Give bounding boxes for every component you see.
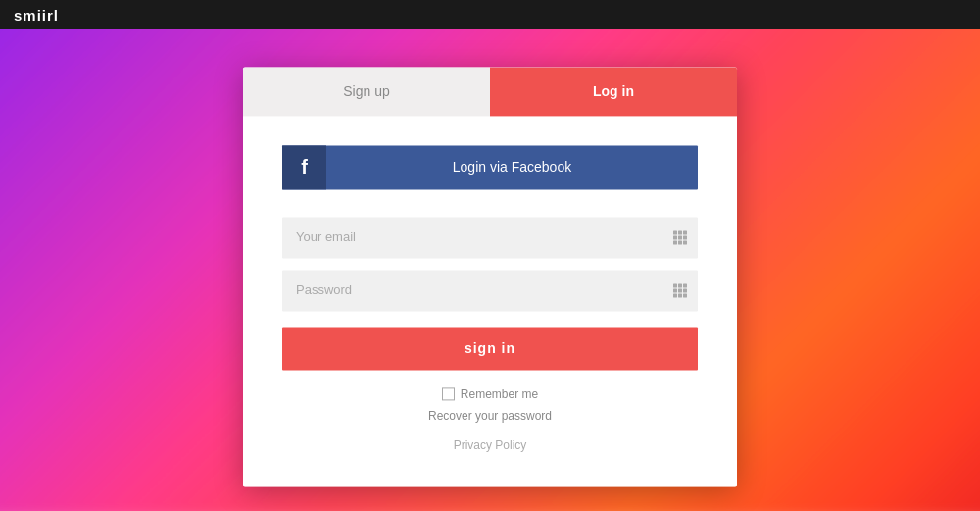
tab-signup[interactable]: Sign up: [243, 67, 490, 116]
recover-password-link[interactable]: Recover your password: [282, 409, 698, 423]
password-icon: [672, 282, 688, 298]
remember-label: Remember me: [461, 387, 538, 401]
password-input-group: [282, 270, 698, 311]
remember-checkbox[interactable]: [442, 387, 455, 400]
app-logo: smiirl: [14, 7, 59, 24]
grid-icon-2: [673, 283, 687, 297]
modal-body: f Login via Facebook: [243, 116, 737, 486]
email-icon: [672, 230, 688, 245]
tab-login[interactable]: Log in: [490, 67, 737, 116]
remember-row: Remember me: [282, 387, 698, 401]
email-input[interactable]: [282, 217, 698, 258]
auth-tabs: Sign up Log in: [243, 67, 737, 116]
facebook-login-button[interactable]: f Login via Facebook: [282, 145, 698, 189]
signin-button[interactable]: sign in: [282, 327, 698, 370]
facebook-icon: f: [282, 145, 326, 189]
login-modal: Sign up Log in f Login via Facebook: [243, 67, 737, 486]
grid-icon: [673, 230, 687, 244]
privacy-policy-link[interactable]: Privacy Policy: [282, 438, 698, 452]
email-input-group: [282, 217, 698, 258]
topbar: smiirl: [0, 0, 980, 29]
facebook-btn-label: Login via Facebook: [326, 159, 698, 175]
password-input[interactable]: [282, 270, 698, 311]
